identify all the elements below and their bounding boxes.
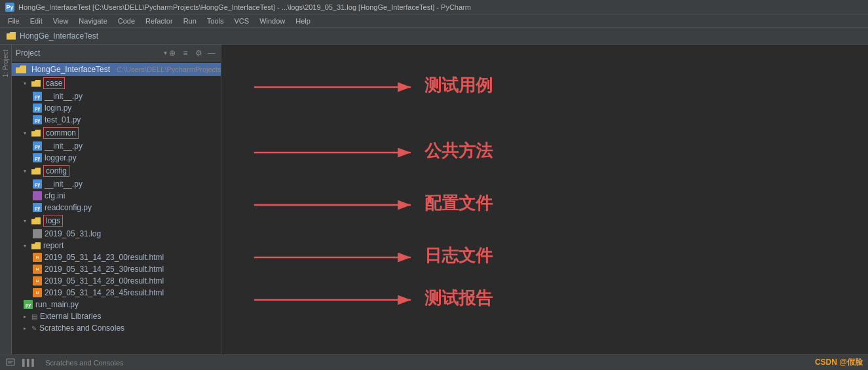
- html-icon-2: H: [33, 265, 42, 274]
- file-logger[interactable]: py logger.py: [12, 152, 221, 164]
- file-login[interactable]: py login.py: [12, 102, 221, 114]
- html-icon-4: H: [33, 288, 42, 297]
- menu-window[interactable]: Window: [254, 16, 290, 26]
- log-icon: [33, 229, 42, 238]
- menu-code[interactable]: Code: [113, 16, 140, 26]
- file-log[interactable]: 2019_05_31.log: [12, 228, 221, 240]
- file-init-case[interactable]: py __init__.py: [12, 90, 221, 102]
- svg-rect-6: [7, 359, 14, 365]
- result4-label: 2019_05_31_14_28_45result.html: [45, 288, 164, 297]
- menu-vcs[interactable]: VCS: [229, 16, 255, 26]
- file-init-common[interactable]: py __init__.py: [12, 140, 221, 152]
- result3-label: 2019_05_31_14_28_00result.html: [45, 276, 164, 286]
- settings-icon[interactable]: ⚙: [193, 48, 204, 58]
- menu-tools[interactable]: Tools: [202, 16, 229, 26]
- init-case-label: __init__.py: [45, 92, 83, 101]
- html-icon-3: H: [33, 276, 42, 286]
- scratches-consoles[interactable]: ✎ Scratches and Consoles: [12, 322, 221, 334]
- logs-folder-icon: [31, 217, 41, 225]
- window-title-bar: HongGe_InterfaceTest: [0, 28, 868, 45]
- root-path: C:\Users\DELL\PycharmProjects\HongGe_Int…: [117, 65, 221, 73]
- report-label: report: [43, 241, 64, 250]
- py-icon-logger: py: [33, 153, 42, 162]
- file-tree: HongGe_InterfaceTest C:\Users\DELL\Pycha…: [12, 62, 221, 354]
- arrow-logs: [24, 218, 30, 224]
- login-label: login.py: [45, 103, 71, 113]
- scratches-status-item[interactable]: Scratches and Consoles: [43, 359, 126, 367]
- log-label: 2019_05_31.log: [45, 229, 101, 238]
- app-icon: Py: [5, 3, 14, 12]
- run-main-label: run_main.py: [35, 300, 79, 309]
- folder-case[interactable]: case: [12, 76, 221, 90]
- menu-edit[interactable]: Edit: [25, 16, 48, 26]
- file-init-config[interactable]: py __init__.py: [12, 178, 221, 190]
- header-icons: ⊕ ≡ ⚙ —: [167, 48, 217, 58]
- scratches-status-text: Scratches and Consoles: [45, 359, 123, 367]
- vertical-tab: 1: Project: [0, 45, 12, 354]
- menu-view[interactable]: View: [48, 16, 74, 26]
- file-result2[interactable]: H 2019_05_31_14_25_30result.html: [12, 263, 221, 275]
- collapse-icon[interactable]: ≡: [180, 48, 191, 58]
- py-icon-run-main: py: [24, 300, 33, 309]
- tree-root[interactable]: HongGe_InterfaceTest C:\Users\DELL\Pycha…: [12, 63, 221, 76]
- arrow-common: [24, 130, 30, 136]
- file-run-main[interactable]: py run_main.py: [12, 299, 221, 310]
- file-result3[interactable]: H 2019_05_31_14_28_00result.html: [12, 275, 221, 287]
- common-folder-icon: [31, 130, 41, 137]
- py-icon-readconfig: py: [33, 203, 42, 212]
- menu-file[interactable]: File: [3, 16, 25, 26]
- report-folder-icon: [31, 242, 41, 250]
- project-header: Project ▾ ⊕ ≡ ⚙ —: [12, 45, 221, 62]
- arrow-report: [24, 243, 30, 249]
- status-bar-chart[interactable]: ▌▌▌: [20, 359, 39, 366]
- folder-common[interactable]: common: [12, 126, 221, 140]
- scratches-label: Scratches and Consoles: [39, 324, 124, 333]
- file-cfg-ini[interactable]: cfg.ini: [12, 190, 221, 202]
- folder-config[interactable]: config: [12, 164, 221, 178]
- html-icon-1: H: [33, 253, 42, 262]
- case-label: case: [43, 77, 65, 89]
- menu-bar: File Edit View Navigate Code Refactor Ru…: [0, 14, 868, 28]
- logs-label: logs: [43, 215, 63, 227]
- external-libraries[interactable]: ▤ External Libraries: [12, 310, 221, 322]
- project-tab-label[interactable]: 1: Project: [2, 50, 9, 77]
- menu-refactor[interactable]: Refactor: [140, 16, 178, 26]
- ini-icon-cfg: [33, 191, 42, 200]
- folder-icon: [7, 32, 16, 40]
- arrow-case: [24, 81, 30, 86]
- project-header-title: Project: [16, 48, 164, 58]
- menu-help[interactable]: Help: [290, 16, 316, 26]
- watermark: CSDN @假脸: [815, 357, 863, 368]
- add-icon[interactable]: ⊕: [167, 48, 178, 58]
- menu-run[interactable]: Run: [178, 16, 202, 26]
- menu-navigate[interactable]: Navigate: [73, 16, 112, 26]
- folder-report[interactable]: report: [12, 240, 221, 251]
- bar-chart-icon: ▌▌▌: [22, 359, 36, 366]
- minimize-icon[interactable]: —: [206, 48, 217, 58]
- annotations-svg: [221, 45, 868, 354]
- result2-label: 2019_05_31_14_25_30result.html: [45, 265, 164, 274]
- readconfig-label: readconfig.py: [45, 203, 92, 212]
- folder-logs[interactable]: logs: [12, 213, 221, 228]
- init-common-label: __init__.py: [45, 141, 83, 151]
- window-title-text: HongGe_InterfaceTest: [20, 31, 98, 41]
- content-area: 测试用例 公共方法 配置文件 日志文件 测试报告: [221, 45, 868, 354]
- py-icon-init-common: py: [33, 141, 42, 151]
- status-left: ▌▌▌ Scratches and Consoles: [5, 358, 815, 368]
- file-test01[interactable]: py test_01.py: [12, 114, 221, 126]
- file-readconfig[interactable]: py readconfig.py: [12, 202, 221, 213]
- py-icon-test01: py: [33, 115, 42, 124]
- event-log-icon: [6, 358, 15, 367]
- root-name: HongGe_InterfaceTest: [31, 65, 110, 74]
- status-event-log[interactable]: [5, 358, 16, 368]
- status-bar: ▌▌▌ Scratches and Consoles CSDN @假脸: [0, 354, 868, 370]
- arrow-scratches: [24, 325, 30, 331]
- extlib-icon: ▤: [31, 313, 37, 320]
- file-result1[interactable]: H 2019_05_31_14_23_00result.html: [12, 251, 221, 263]
- project-panel: Project ▾ ⊕ ≡ ⚙ — HongGe_InterfaceTest C…: [12, 45, 221, 354]
- title-text: HongGe_InterfaceTest [C:\Users\DELL\Pych…: [18, 3, 471, 11]
- init-config-label: __init__.py: [45, 179, 83, 189]
- file-result4[interactable]: H 2019_05_31_14_28_45result.html: [12, 287, 221, 299]
- root-folder-icon: [16, 65, 26, 73]
- extlib-label: External Libraries: [40, 312, 101, 321]
